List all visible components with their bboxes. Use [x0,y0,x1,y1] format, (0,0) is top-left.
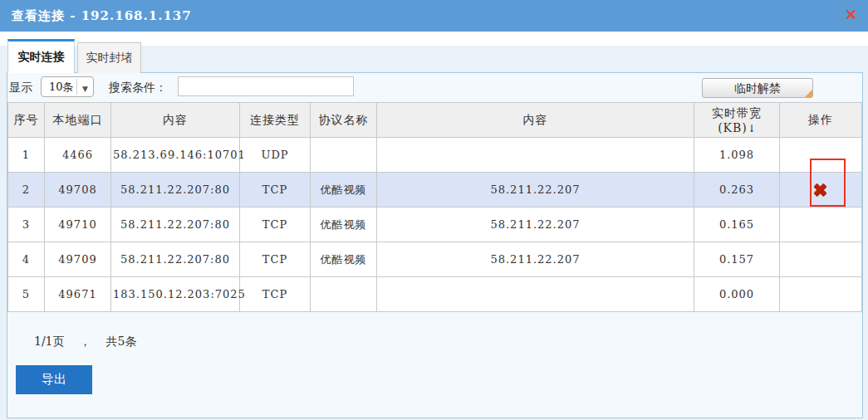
cell-bandwidth: 0.157 [694,242,780,277]
export-button[interactable]: 导出 [16,365,92,394]
col-header-local-port: 本地端口 [45,103,111,138]
search-input[interactable] [178,76,354,96]
cell-local_port: 49671 [45,277,111,312]
cell-bandwidth: 0.263 [694,173,780,208]
cell-content: 58.211.22.207:80 [111,173,240,208]
page-info: 1/1页 [34,335,65,348]
table-row[interactable]: 1446658.213.69.146:10701UDP1.098 [8,138,862,173]
corner-triangle-icon [805,90,812,97]
table-row[interactable]: 549671183.150.12.203:7025TCP0.000 [8,277,862,312]
cell-no: 1 [8,138,45,173]
cell-content2: 58.211.22.207 [377,173,694,208]
cell-content: 58.211.22.207:80 [111,242,240,277]
cell-content2 [377,277,694,312]
cell-no: 4 [8,242,45,277]
cell-content2: 58.211.22.207 [377,208,694,242]
search-condition-label: 搜索条件： [109,81,167,95]
cell-protocol [311,277,377,312]
col-header-content2: 内容 [377,103,694,138]
view-connections-dialog: 查看连接 - 192.168.1.137 ✕ 实时连接 实时封堵 显示 10条 … [0,0,868,420]
table-body: 1446658.213.69.146:10701UDP1.09824970858… [8,138,862,312]
cell-conn_type: TCP [240,242,311,277]
cell-op [780,208,862,242]
cell-content: 58.213.69.146:10701 [111,138,240,173]
pagination-separator: ， [80,335,91,348]
col-header-conn-type: 连接类型 [240,103,311,138]
cell-protocol [311,138,377,173]
col-header-index: 序号 [8,103,45,138]
cell-no: 3 [8,208,45,242]
cell-content2: 58.211.22.207 [377,242,694,277]
table-row[interactable]: 34971058.211.22.207:80TCP优酷视频58.211.22.2… [8,208,862,242]
cell-conn_type: TCP [240,208,311,242]
cell-no: 5 [8,277,45,312]
cell-protocol: 优酷视频 [311,208,377,242]
page-size-select[interactable]: 10条 ▼ [41,76,94,97]
cell-op [780,277,862,312]
cell-local_port: 49710 [45,208,111,242]
tab-realtime-connections[interactable]: 实时连接 [7,39,75,73]
chevron-down-icon: ▼ [82,85,88,93]
dropdown-arrow-box: ▼ [76,79,93,95]
annotation-highlight-box [810,159,846,207]
cell-content: 183.150.12.203:7025 [111,277,240,312]
page-size-value: 10条 [49,77,74,96]
temporary-unban-button[interactable]: 临时解禁 [702,78,813,98]
col-header-operation: 操作 [780,103,862,138]
cell-local_port: 49708 [45,173,111,208]
cell-content: 58.211.22.207:80 [111,208,240,242]
connections-table: 序号 本地端口 内容 连接类型 协议名称 内容 实时带宽(KB)↓ 操作 144… [7,102,862,312]
sort-desc-icon: ↓ [748,123,756,134]
total-count: 共5条 [106,335,137,348]
pagination-info: 1/1页，共5条 [34,335,151,349]
dialog-titlebar: 查看连接 - 192.168.1.137 ✕ [0,0,868,32]
cell-conn_type: TCP [240,277,311,312]
cell-bandwidth: 1.098 [694,138,780,173]
cell-conn_type: TCP [240,173,311,208]
cell-content2 [377,138,694,173]
col-header-content: 内容 [111,103,240,138]
cell-op [780,242,862,277]
cell-protocol: 优酷视频 [311,173,377,208]
dialog-title: 查看连接 - 192.168.1.137 [12,0,192,32]
cell-local_port: 49709 [45,242,111,277]
cell-bandwidth: 0.165 [694,208,780,242]
table-header-row: 序号 本地端口 内容 连接类型 协议名称 内容 实时带宽(KB)↓ 操作 [8,103,862,138]
cell-no: 2 [8,173,45,208]
temporary-unban-label: 临时解禁 [734,81,781,95]
col-header-bandwidth[interactable]: 实时带宽(KB)↓ [694,103,780,138]
cell-protocol: 优酷视频 [311,242,377,277]
col-header-protocol: 协议名称 [311,103,377,138]
cell-bandwidth: 0.000 [694,277,780,312]
close-icon[interactable]: ✕ [845,7,857,23]
tab-realtime-blocking[interactable]: 实时封堵 [77,42,141,73]
show-label: 显示 [9,81,32,95]
table-row[interactable]: 44970958.211.22.207:80TCP优酷视频58.211.22.2… [8,242,862,277]
table-row[interactable]: 24970858.211.22.207:80TCP优酷视频58.211.22.2… [8,173,862,208]
cell-local_port: 4466 [45,138,111,173]
cell-conn_type: UDP [240,138,311,173]
